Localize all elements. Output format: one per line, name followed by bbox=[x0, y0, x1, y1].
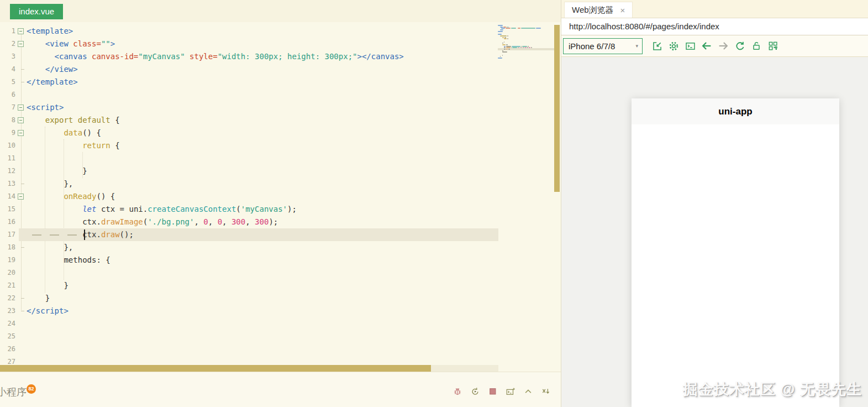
code-line[interactable]: 5</template> bbox=[0, 76, 498, 88]
fold-toggle-icon[interactable] bbox=[18, 105, 24, 111]
chevron-down-icon: ▾ bbox=[635, 43, 638, 49]
fold-toggle-icon[interactable] bbox=[18, 194, 24, 200]
horizontal-scrollbar-track[interactable] bbox=[0, 365, 498, 372]
fold-toggle-icon[interactable] bbox=[18, 117, 24, 123]
fold-toggle-icon[interactable] bbox=[18, 130, 24, 136]
refresh-icon[interactable] bbox=[732, 39, 748, 53]
console-count-badge: 82 bbox=[27, 384, 36, 394]
devtools-console-icon[interactable] bbox=[682, 39, 698, 53]
code-line[interactable]: 26 bbox=[0, 343, 498, 356]
code-line[interactable]: 12 } bbox=[0, 165, 498, 178]
minimap[interactable] bbox=[498, 25, 554, 86]
code-line[interactable]: 25 bbox=[0, 330, 498, 343]
line-number: 21 bbox=[0, 279, 15, 292]
app-title: uni-app bbox=[718, 106, 752, 117]
code-line[interactable]: 16 ctx.drawImage('./bg.png', 0, 0, 300, … bbox=[0, 216, 498, 228]
code-text: } bbox=[27, 279, 69, 292]
code-line[interactable]: 20 bbox=[0, 267, 498, 279]
vertical-scrollbar[interactable] bbox=[554, 25, 560, 192]
horizontal-scrollbar-thumb[interactable] bbox=[0, 365, 431, 372]
line-number: 25 bbox=[0, 330, 15, 343]
code-line[interactable]: 6 bbox=[0, 88, 498, 101]
code-line[interactable]: 11 bbox=[0, 152, 498, 165]
code-line[interactable]: 23</script> bbox=[0, 305, 498, 317]
phone-navbar: uni-app bbox=[632, 98, 839, 124]
code-line[interactable]: 7<script> bbox=[0, 101, 498, 114]
line-number: 2 bbox=[0, 38, 15, 50]
code-line[interactable]: 24 bbox=[0, 317, 498, 330]
line-number: 20 bbox=[0, 267, 15, 279]
code-line[interactable]: 18 }, bbox=[0, 241, 498, 254]
close-all-icon[interactable] bbox=[541, 387, 551, 396]
code-text: </script> bbox=[27, 305, 69, 317]
tab-index-vue[interactable]: index.vue bbox=[10, 4, 63, 19]
code-line[interactable]: 27 bbox=[0, 356, 498, 365]
new-console-icon[interactable] bbox=[506, 387, 515, 396]
url-bar[interactable]: http://localhost:8080/#/pages/index/inde… bbox=[561, 18, 868, 35]
debug-bug-icon[interactable] bbox=[453, 387, 462, 396]
code-text: <script> bbox=[27, 101, 64, 114]
phone-preview-frame: uni-app bbox=[632, 98, 839, 407]
browser-tab-label: Web浏览器 bbox=[572, 5, 614, 15]
code-text: <view class=""> bbox=[27, 38, 115, 50]
whitespace-dash bbox=[32, 234, 41, 236]
tab-web-browser[interactable]: Web浏览器 × bbox=[564, 2, 633, 18]
code-line[interactable]: 8 export default { bbox=[0, 114, 498, 127]
line-number: 6 bbox=[0, 88, 15, 101]
unlock-icon[interactable] bbox=[748, 39, 765, 53]
qrcode-icon[interactable] bbox=[765, 39, 781, 53]
settings-gear-icon[interactable] bbox=[665, 39, 682, 53]
line-number: 11 bbox=[0, 152, 15, 165]
fold-toggle-icon[interactable] bbox=[18, 28, 24, 34]
line-number: 15 bbox=[0, 203, 15, 216]
code-line[interactable]: 2 <view class=""> bbox=[0, 38, 498, 50]
code-line[interactable]: 3 <canvas canvas-id="myCanvas" style="wi… bbox=[0, 50, 498, 63]
code-text: let ctx = uni.createCanvasContext('myCan… bbox=[27, 203, 297, 216]
code-text: } bbox=[27, 292, 50, 305]
code-text: data() { bbox=[27, 127, 101, 139]
line-number: 16 bbox=[0, 216, 15, 228]
console-panel-bar: 小程序82 bbox=[0, 372, 561, 407]
device-select[interactable]: iPhone 6/7/8 ▾ bbox=[563, 38, 643, 54]
code-line[interactable]: 1<template> bbox=[0, 25, 498, 38]
code-line[interactable]: 4 </view> bbox=[0, 63, 498, 76]
line-number: 26 bbox=[0, 343, 15, 356]
fold-end-tick bbox=[21, 69, 24, 70]
code-text: }, bbox=[27, 241, 73, 254]
restart-icon[interactable] bbox=[470, 387, 480, 396]
code-text: <canvas canvas-id="myCanvas" style="widt… bbox=[27, 50, 404, 63]
fold-end-tick bbox=[21, 184, 24, 184]
code-line[interactable]: 14 onReady() { bbox=[0, 190, 498, 203]
forward-arrow-icon[interactable] bbox=[715, 39, 732, 53]
stop-icon[interactable] bbox=[488, 387, 498, 396]
fold-toggle-icon[interactable] bbox=[18, 41, 24, 47]
collapse-icon[interactable] bbox=[523, 387, 533, 396]
close-icon[interactable]: × bbox=[620, 6, 625, 14]
code-text: methods: { bbox=[27, 254, 111, 267]
code-line[interactable]: 10 return { bbox=[0, 139, 498, 152]
code-line[interactable]: 22 } bbox=[0, 292, 498, 305]
code-line[interactable]: 13 }, bbox=[0, 178, 498, 190]
code-line[interactable]: 17 ctx.draw(); bbox=[0, 228, 498, 241]
line-number: 1 bbox=[0, 25, 15, 38]
browser-toolbar: iPhone 6/7/8 ▾ bbox=[561, 35, 868, 57]
code-line[interactable]: 9 data() { bbox=[0, 127, 498, 139]
back-arrow-icon[interactable] bbox=[698, 39, 715, 53]
phone-preview-body[interactable] bbox=[632, 124, 839, 407]
code-line[interactable]: 15 let ctx = uni.createCanvasContext('my… bbox=[0, 203, 498, 216]
code-editor[interactable]: 1<template>2 <view class="">3 <canvas ca… bbox=[0, 22, 561, 365]
fold-end-tick bbox=[21, 311, 24, 311]
code-line[interactable]: 19 methods: { bbox=[0, 254, 498, 267]
line-number: 7 bbox=[0, 101, 15, 114]
console-tab-miniprogram[interactable]: 小程序82 bbox=[0, 385, 36, 399]
line-number: 9 bbox=[0, 127, 15, 139]
editor-tabbar: index.vue bbox=[0, 0, 561, 22]
minimap-line bbox=[498, 64, 554, 65]
code-line[interactable]: 21 } bbox=[0, 279, 498, 292]
browser-pane: Web浏览器 × http://localhost:8080/#/pages/i… bbox=[561, 0, 868, 407]
line-number: 3 bbox=[0, 50, 15, 63]
line-number: 24 bbox=[0, 317, 15, 330]
open-external-icon[interactable] bbox=[649, 39, 665, 53]
fold-end-tick bbox=[21, 298, 24, 299]
code-text: </view> bbox=[27, 63, 78, 76]
